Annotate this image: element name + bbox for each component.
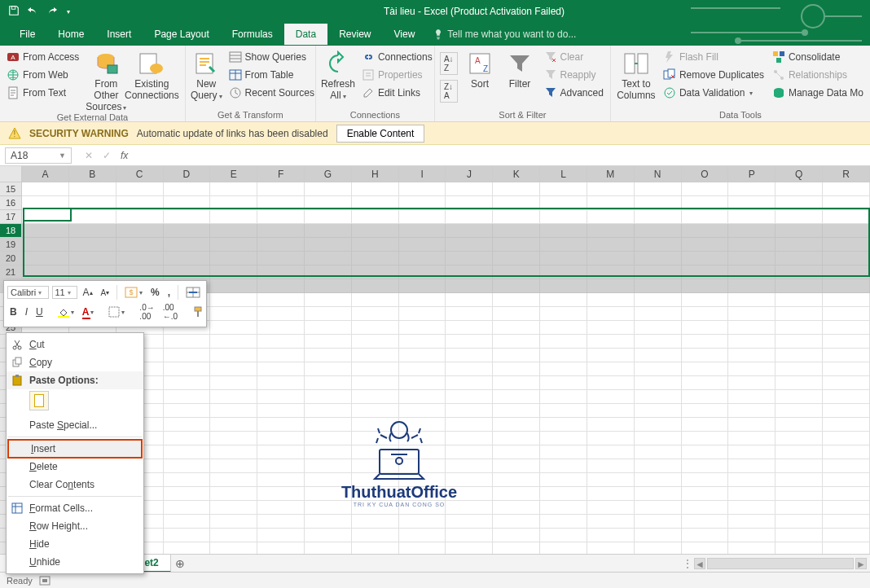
cell[interactable] xyxy=(22,265,69,279)
cell[interactable] xyxy=(210,515,257,529)
cell[interactable] xyxy=(682,293,729,307)
cell[interactable] xyxy=(352,335,399,349)
cell[interactable] xyxy=(540,293,587,307)
ctx-cut[interactable]: Cut xyxy=(7,336,143,353)
cell[interactable] xyxy=(587,515,635,529)
cell[interactable] xyxy=(210,418,257,432)
cell[interactable] xyxy=(69,196,116,210)
cell[interactable] xyxy=(635,196,682,210)
cell[interactable] xyxy=(399,515,446,529)
cell[interactable] xyxy=(682,196,729,210)
column-header-R[interactable]: R xyxy=(823,166,870,182)
cell[interactable] xyxy=(776,293,823,307)
column-header-F[interactable]: F xyxy=(257,166,305,182)
cell[interactable] xyxy=(635,362,682,376)
cell[interactable] xyxy=(540,252,587,265)
cell[interactable] xyxy=(164,265,211,279)
cell[interactable] xyxy=(823,265,870,279)
cell[interactable] xyxy=(587,529,635,542)
cell[interactable] xyxy=(493,529,540,542)
column-header-E[interactable]: E xyxy=(210,166,257,182)
cell[interactable] xyxy=(823,335,870,349)
cell[interactable] xyxy=(635,390,682,404)
cell[interactable] xyxy=(352,182,399,196)
cell[interactable] xyxy=(399,335,446,349)
cell[interactable] xyxy=(352,224,399,238)
cell[interactable] xyxy=(682,321,729,335)
cell[interactable] xyxy=(728,362,776,376)
cell[interactable] xyxy=(493,321,540,335)
redo-icon[interactable] xyxy=(46,5,59,19)
tell-me-search[interactable]: Tell me what you want to do... xyxy=(433,29,576,40)
save-icon[interactable] xyxy=(8,5,20,19)
consolidate-button[interactable]: Consolidate xyxy=(771,49,865,65)
cell[interactable] xyxy=(776,238,823,252)
cell[interactable] xyxy=(257,224,305,238)
cell[interactable] xyxy=(776,390,823,404)
cell[interactable] xyxy=(399,307,446,321)
column-header-J[interactable]: J xyxy=(446,166,493,182)
cell[interactable] xyxy=(682,459,729,473)
cell[interactable] xyxy=(257,252,305,265)
cell[interactable] xyxy=(210,459,257,473)
cell[interactable] xyxy=(635,182,682,196)
cell[interactable] xyxy=(210,432,257,445)
enter-formula-icon[interactable]: ✓ xyxy=(103,150,111,161)
cell[interactable] xyxy=(635,293,682,307)
from-access-button[interactable]: AFrom Access xyxy=(5,49,81,65)
ctx-delete[interactable]: Delete xyxy=(7,458,143,476)
cell[interactable] xyxy=(823,279,870,293)
menu-file[interactable]: File xyxy=(8,24,46,45)
show-queries-button[interactable]: Show Queries xyxy=(227,49,316,65)
cell[interactable] xyxy=(257,349,305,362)
cell[interactable] xyxy=(210,487,257,501)
cell[interactable] xyxy=(399,182,446,196)
cell[interactable] xyxy=(305,238,352,252)
cell[interactable] xyxy=(493,224,540,238)
filter-button[interactable]: Filter xyxy=(503,49,538,90)
cell[interactable] xyxy=(728,210,776,224)
cell[interactable] xyxy=(352,238,399,252)
cell[interactable] xyxy=(635,515,682,529)
cell[interactable] xyxy=(635,487,682,501)
cell[interactable] xyxy=(399,196,446,210)
cell[interactable] xyxy=(493,376,540,390)
cell[interactable] xyxy=(164,404,211,418)
new-query-button[interactable]: New Query▾ xyxy=(191,49,222,101)
format-painter-icon[interactable] xyxy=(190,305,206,319)
cell[interactable] xyxy=(493,487,540,501)
borders-icon[interactable]: ▾ xyxy=(106,305,127,319)
cell[interactable] xyxy=(164,445,211,459)
cell[interactable] xyxy=(587,362,635,376)
cell[interactable] xyxy=(776,529,823,542)
cell[interactable] xyxy=(728,376,776,390)
connections-button[interactable]: Connections xyxy=(360,49,434,65)
from-text-button[interactable]: From Text xyxy=(5,85,81,101)
cell[interactable] xyxy=(682,182,729,196)
ctx-clear-contents[interactable]: Clear Contents xyxy=(7,476,143,494)
cell[interactable] xyxy=(210,238,257,252)
cell[interactable] xyxy=(399,238,446,252)
cell[interactable] xyxy=(446,390,493,404)
cell[interactable] xyxy=(823,459,870,473)
cell[interactable] xyxy=(399,529,446,542)
cell[interactable] xyxy=(22,210,69,224)
cell[interactable] xyxy=(587,349,635,362)
cell[interactable] xyxy=(635,404,682,418)
sort-button[interactable]: AZ Sort xyxy=(463,49,498,90)
ctx-hide[interactable]: Hide xyxy=(7,535,143,553)
column-header-M[interactable]: M xyxy=(587,166,635,182)
cell[interactable] xyxy=(587,473,635,487)
cell[interactable] xyxy=(210,196,257,210)
cell[interactable] xyxy=(446,349,493,362)
cell[interactable] xyxy=(540,473,587,487)
cell[interactable] xyxy=(446,321,493,335)
menu-review[interactable]: Review xyxy=(327,24,382,45)
cell[interactable] xyxy=(446,362,493,376)
from-other-sources-button[interactable]: From Other Sources▾ xyxy=(86,49,126,112)
manage-data-model-button[interactable]: Manage Data Mo xyxy=(771,85,865,101)
menu-page-layout[interactable]: Page Layout xyxy=(143,24,220,45)
qat-customize-icon[interactable]: ▾ xyxy=(67,8,70,15)
cell[interactable] xyxy=(823,390,870,404)
cell[interactable] xyxy=(69,210,116,224)
